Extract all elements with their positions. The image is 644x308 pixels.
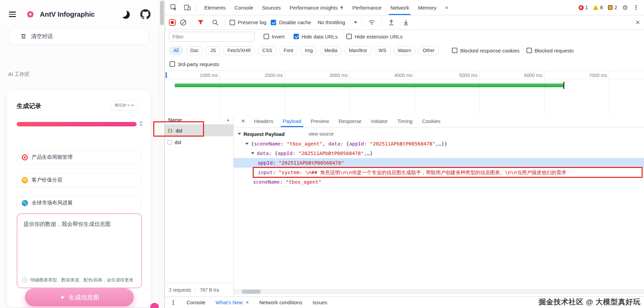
timeline-tick: 1000 ms [165,71,220,115]
devtools-main-tab[interactable]: Memory [413,0,441,15]
scrollbar-thumb[interactable] [160,1,164,25]
devtools-main-tab[interactable]: Performance insights [285,0,348,15]
settings-gear-icon[interactable]: ⚙ [622,4,628,12]
throttling-select[interactable]: No throttling [317,19,357,25]
summary-bar: 2 requests 787 B tra [165,283,234,296]
close-devtools-icon[interactable]: × [635,19,640,26]
devtools-menu-icon[interactable]: ⋮ [633,4,639,11]
history-item[interactable]: 产品生命周期管理 [17,150,141,164]
resource-filter-chip[interactable]: Fetch/XHR [223,46,255,55]
blocked-requests-checkbox[interactable]: Blocked requests [527,48,574,53]
resource-filter-chip[interactable]: All [169,46,183,55]
progress-slider[interactable] [17,122,137,126]
search-icon[interactable] [210,19,220,26]
name-column-header[interactable]: Name ▲ [165,115,233,125]
detail-tab[interactable]: Preview [306,115,334,127]
warning-count-badge[interactable]: 8 [593,5,603,10]
payload-section-header[interactable]: Request Payload view source [234,129,644,139]
network-overview[interactable]: 1000 ms 2000 ms 3000 ms 4000 ms 5000 ms … [165,71,644,115]
filter-input[interactable] [169,32,255,42]
invert-checkbox[interactable]: Invert [264,34,285,40]
lightning-icon [340,5,344,10]
sort-asc-icon: ▲ [226,118,230,122]
resource-filter-chip[interactable]: CSS [258,46,277,55]
composer-box[interactable]: 提供你的数据，我会帮你生成信息图 明确图表类型、数据来源、配色/风格，会生成得更… [17,213,142,288]
history-item[interactable]: 客户价值分层 [17,173,141,187]
record-button[interactable] [169,19,176,26]
ruler-divider [165,79,644,79]
resource-filter-chip[interactable]: JS [206,46,220,55]
history-item-label: 客户价值分层 [32,177,62,183]
drawer-tab-whats-new[interactable]: What's New × [216,299,249,306]
detail-tab[interactable]: Payload [278,115,306,127]
disable-cache-checkbox[interactable]: Disable cache [271,19,311,25]
horizontal-scrollbar[interactable] [234,289,644,294]
more-tabs-chevron[interactable]: » [444,4,450,11]
stepper-icon[interactable] [139,121,143,126]
third-party-checkbox[interactable]: 3rd-party requests [170,61,219,67]
issues-count-badge[interactable]: 2 [608,5,617,10]
payload-row-root[interactable]: {sceneName: "tbox_agent", data: {appId: … [234,139,644,149]
page-scrollbar[interactable] [159,0,164,308]
detail-tab[interactable]: Timing [393,115,417,127]
devtools-main-tab[interactable]: Performance [348,0,386,15]
payload-row-appid[interactable]: appId: "202511APbBtP00568478" [234,158,644,168]
resource-filter-chip[interactable]: Font [279,46,298,55]
drawer-menu-icon[interactable]: ⋮ [170,299,176,306]
main-tab-strip: Elements Console Sources Performance ins… [200,0,441,15]
blocked-cookies-checkbox[interactable]: Blocked response cookies [452,48,519,53]
drawer-tab-console[interactable]: Console [187,299,205,305]
clear-log-icon[interactable] [180,19,186,26]
third-party-row: 3rd-party requests [165,58,644,71]
tab-label: Console [235,5,253,11]
view-source-link[interactable]: view source [309,131,334,137]
request-row-dsl-selected[interactable]: {} dsl [165,125,233,136]
preserve-log-checkbox[interactable]: Preserve log [230,19,266,25]
device-toolbar-icon[interactable] [182,4,193,11]
clear-chat-button[interactable]: 清空对话 [9,28,149,45]
import-har-icon[interactable] [386,19,396,26]
resource-filter-chip[interactable]: Img [300,46,317,55]
detail-tab[interactable]: Response [334,115,366,127]
resource-filter-chip[interactable]: Other [418,46,439,55]
hide-data-urls-checkbox[interactable]: Hide data URLs [294,34,338,40]
error-count-badge[interactable]: 1 [579,5,588,10]
drawer-tab-issues[interactable]: Issues [313,299,327,305]
menu-icon[interactable] [9,10,16,18]
resource-filter-chip[interactable]: Manifest [345,46,372,55]
resource-filter-chip[interactable]: WS [374,46,391,55]
resource-filter-chip[interactable]: Doc [186,46,203,55]
generate-label: 生成信息图 [69,293,99,302]
export-har-icon[interactable] [401,19,411,26]
devtools-main-tab[interactable]: Network [386,0,413,15]
devtools-status-icons: 1 8 2 ⚙ ⋮ [579,4,639,12]
payload-row-input[interactable]: input: "system: \n## 角色说明\n\n你是一个专业的信息图生… [234,168,644,177]
trash-icon [20,33,27,40]
floating-button[interactable] [150,303,159,308]
payload-row-data[interactable]: data: {appId: "202511APbBtP00568478",…} [234,149,644,158]
inspect-icon[interactable] [168,4,179,11]
payload-row-scenename[interactable]: sceneName: "tbox_agent" [234,177,644,187]
resource-filter-chip[interactable]: Media [320,46,342,55]
history-item[interactable]: 全球市场布局进展 [17,196,141,210]
close-detail-icon[interactable]: × [237,117,249,125]
generate-button[interactable]: 生成信息图 [25,288,134,306]
close-whats-new-icon[interactable]: × [246,299,249,306]
detail-tab[interactable]: Cookies [417,115,445,127]
dark-mode-toggle-icon[interactable] [122,11,130,19]
resource-filter-chip[interactable]: Wasm [393,46,415,55]
sparkle-icon [60,294,65,300]
filter-funnel-icon[interactable] [195,20,206,25]
detail-tabbar: × Headers Payload Preview Response Initi… [234,115,644,127]
network-conditions-icon[interactable] [366,20,377,25]
devtools-main-tab[interactable]: Elements [200,0,230,15]
hide-extension-urls-checkbox[interactable]: Hide extension URLs [346,34,403,40]
drawer-tab-network-conditions[interactable]: Network conditions [259,299,302,305]
devtools-main-tab[interactable]: Console [230,0,258,15]
detail-tab[interactable]: Headers [249,115,278,127]
devtools-main-tab[interactable]: Sources [258,0,285,15]
hscrollbar-thumb[interactable] [242,290,261,294]
detail-tab[interactable]: Initiator [366,115,393,127]
github-icon[interactable] [140,9,151,19]
request-row-dsl[interactable]: dsl [165,136,233,148]
